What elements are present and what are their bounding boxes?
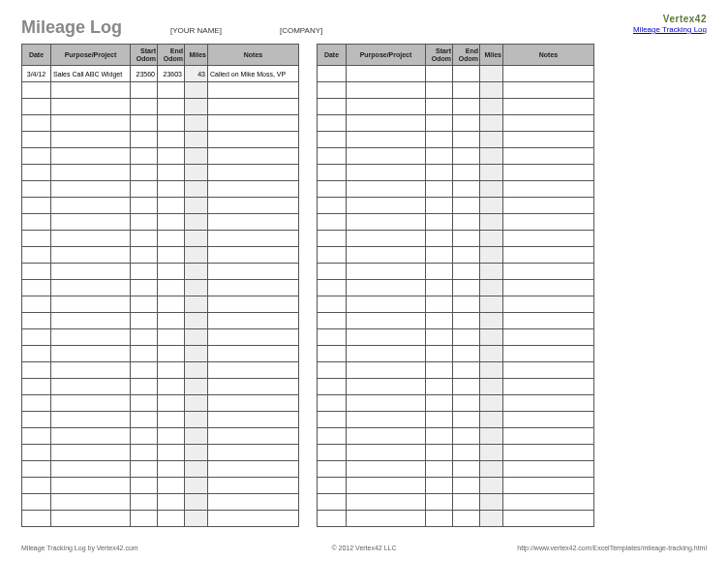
cell [22, 461, 51, 478]
cell [453, 148, 480, 165]
cell [480, 329, 503, 346]
cell [426, 329, 453, 346]
brand-link[interactable]: Mileage Tracking Log [633, 25, 707, 34]
cell [426, 148, 453, 165]
cell [503, 346, 594, 362]
cell [503, 247, 594, 264]
cell [503, 395, 594, 412]
col-end: End Odom [453, 45, 480, 66]
table-row [318, 313, 594, 329]
cell [453, 165, 480, 181]
cell [208, 264, 299, 280]
cell [158, 511, 185, 527]
cell [347, 445, 426, 461]
table-row [318, 82, 594, 99]
cell [426, 511, 453, 527]
table-row [22, 82, 299, 99]
cell [318, 329, 347, 346]
cell [347, 181, 426, 198]
cell [480, 346, 503, 362]
cell [453, 313, 480, 329]
table-row [22, 99, 299, 115]
table-row [318, 412, 594, 428]
col-purpose: Purpose/Project [51, 45, 131, 66]
cell [158, 296, 185, 313]
mileage-table-right: Date Purpose/Project Start Odom End Odom… [317, 44, 594, 527]
table-row [22, 511, 299, 527]
cell [51, 362, 131, 379]
cell [208, 296, 299, 313]
cell [318, 99, 347, 115]
cell [347, 478, 426, 494]
cell [158, 231, 185, 247]
cell [503, 115, 594, 132]
table-row [318, 148, 594, 165]
cell [503, 478, 594, 494]
cell [426, 181, 453, 198]
cell [453, 428, 480, 445]
cell [185, 313, 208, 329]
table-row [22, 395, 299, 412]
mileage-table-left: Date Purpose/Project Start Odom End Odom… [21, 44, 299, 527]
cell [51, 280, 131, 296]
cell [208, 412, 299, 428]
cell [503, 165, 594, 181]
cell [185, 379, 208, 395]
cell [480, 165, 503, 181]
cell [22, 264, 51, 280]
cell [22, 478, 51, 494]
cell [503, 99, 594, 115]
cell [208, 165, 299, 181]
cell [131, 264, 158, 280]
table-row [318, 428, 594, 445]
cell [22, 132, 51, 148]
brand-block: Vertex42 Mileage Tracking Log [633, 14, 707, 34]
cell [158, 115, 185, 132]
cell [318, 280, 347, 296]
cell [51, 82, 131, 99]
cell [426, 395, 453, 412]
table-row [318, 99, 594, 115]
table-row [318, 494, 594, 511]
cell [208, 231, 299, 247]
cell [426, 478, 453, 494]
table-row [318, 478, 594, 494]
cell [426, 165, 453, 181]
cell [453, 214, 480, 231]
table-row [318, 379, 594, 395]
cell [453, 379, 480, 395]
cell [208, 247, 299, 264]
cell [158, 165, 185, 181]
table-row [318, 181, 594, 198]
cell [347, 461, 426, 478]
cell [453, 181, 480, 198]
cell [208, 379, 299, 395]
col-date: Date [22, 45, 51, 66]
cell [131, 296, 158, 313]
cell [318, 66, 347, 82]
cell [318, 148, 347, 165]
cell [318, 115, 347, 132]
cell [318, 478, 347, 494]
cell: Called on Mike Moss, VP [208, 66, 299, 82]
cell [453, 478, 480, 494]
brand-logo-text: Vertex42 [633, 14, 707, 24]
header: Mileage Log [YOUR NAME] [COMPANY] [21, 17, 707, 38]
cell [158, 280, 185, 296]
col-date: Date [318, 45, 347, 66]
cell [158, 198, 185, 214]
cell [347, 494, 426, 511]
cell [480, 247, 503, 264]
cell [51, 445, 131, 461]
cell [51, 247, 131, 264]
cell [158, 395, 185, 412]
cell [480, 461, 503, 478]
cell [51, 165, 131, 181]
cell [503, 494, 594, 511]
cell [51, 478, 131, 494]
cell [185, 165, 208, 181]
cell [158, 461, 185, 478]
cell [347, 132, 426, 148]
cell [51, 132, 131, 148]
cell [347, 280, 426, 296]
